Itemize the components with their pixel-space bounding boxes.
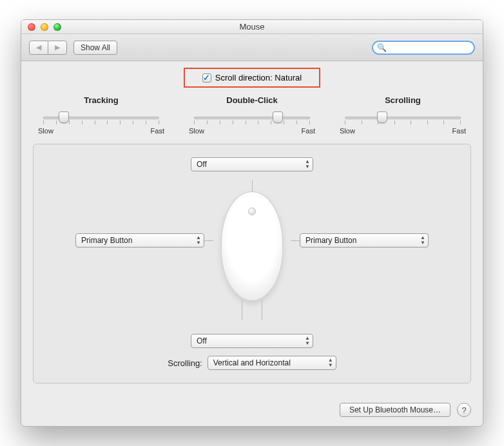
show-all-button[interactable]: Show All bbox=[73, 41, 117, 55]
search-field[interactable]: 🔍 bbox=[372, 41, 475, 55]
scrollball-button-select[interactable]: Off ▲▼ bbox=[191, 157, 313, 171]
doubleclick-label: Double-Click bbox=[188, 95, 316, 105]
titlebar: Mouse bbox=[21, 20, 483, 34]
scrolling-mode-value: Vertical and Horizontal bbox=[213, 358, 291, 367]
toolbar: ◀ ▶ Show All 🔍 bbox=[21, 34, 483, 61]
tracking-slider-group: Tracking SlowFast bbox=[37, 95, 166, 135]
stepper-icon: ▲▼ bbox=[196, 235, 201, 246]
left-button-select[interactable]: Primary Button ▲▼ bbox=[75, 233, 204, 247]
scrolling-mode-label: Scrolling: bbox=[168, 358, 202, 368]
chevron-right-icon: ▶ bbox=[55, 44, 60, 51]
scrolling-mode-row: Scrolling: Vertical and Horizontal ▲▼ bbox=[53, 356, 451, 370]
stepper-icon: ▲▼ bbox=[305, 159, 310, 170]
tracking-label: Tracking bbox=[37, 95, 166, 105]
doubleclick-low: Slow bbox=[189, 127, 204, 135]
checkmark-icon: ✓ bbox=[203, 73, 210, 82]
squeeze-button-value: Off bbox=[197, 336, 207, 345]
stepper-icon: ▲▼ bbox=[328, 358, 333, 368]
back-button[interactable]: ◀ bbox=[29, 41, 48, 55]
tracking-low: Slow bbox=[38, 127, 53, 135]
tracking-high: Fast bbox=[151, 127, 164, 135]
minimize-icon[interactable] bbox=[41, 23, 48, 31]
window-controls bbox=[21, 23, 61, 31]
scroll-direction-highlight: ✓ Scroll direction: Natural bbox=[184, 68, 320, 88]
stepper-icon: ▲▼ bbox=[420, 235, 425, 246]
scrolling-label: Scrolling bbox=[338, 95, 467, 105]
mouse-mapping-panel: Off ▲▼ Primary Button ▲▼ bbox=[33, 144, 471, 383]
chevron-left-icon: ◀ bbox=[36, 44, 41, 51]
tracking-slider[interactable] bbox=[37, 110, 166, 127]
scrolling-mode-select[interactable]: Vertical and Horizontal ▲▼ bbox=[208, 356, 336, 370]
mouse-icon bbox=[221, 191, 283, 301]
footer-row: Set Up Bluetooth Mouse… ? bbox=[21, 396, 483, 426]
scroll-direction-label: Scroll direction: Natural bbox=[215, 73, 302, 82]
doubleclick-slider-group: Double-Click SlowFast bbox=[188, 95, 316, 135]
zoom-icon[interactable] bbox=[53, 23, 61, 31]
doubleclick-high: Fast bbox=[302, 127, 315, 135]
scrolling-low: Slow bbox=[340, 127, 355, 135]
right-button-select[interactable]: Primary Button ▲▼ bbox=[300, 233, 429, 247]
content-area: ✓ Scroll direction: Natural Tracking Slo… bbox=[21, 61, 483, 396]
nav-buttons: ◀ ▶ bbox=[29, 41, 67, 55]
close-icon[interactable] bbox=[28, 23, 35, 31]
setup-bluetooth-button[interactable]: Set Up Bluetooth Mouse… bbox=[340, 403, 451, 417]
search-icon: 🔍 bbox=[377, 43, 387, 52]
mouse-diagram: Primary Button ▲▼ Primary Button ▲▼ bbox=[53, 175, 451, 317]
help-button[interactable]: ? bbox=[457, 403, 471, 417]
scrolling-high: Fast bbox=[452, 127, 466, 135]
scroll-direction-checkbox[interactable]: ✓ bbox=[202, 73, 211, 82]
right-button-value: Primary Button bbox=[305, 236, 356, 245]
sliders-row: Tracking SlowFast Double-Click SlowFast bbox=[33, 92, 471, 144]
stepper-icon: ▲▼ bbox=[305, 336, 310, 346]
window-title: Mouse bbox=[21, 22, 483, 32]
scrolling-slider[interactable] bbox=[338, 110, 467, 127]
squeeze-button-select[interactable]: Off ▲▼ bbox=[191, 334, 313, 348]
search-input[interactable] bbox=[389, 43, 483, 52]
question-icon: ? bbox=[461, 405, 466, 415]
preferences-window: Mouse ◀ ▶ Show All 🔍 ✓ Scroll direction:… bbox=[21, 19, 483, 427]
scrollball-button-value: Off bbox=[197, 160, 207, 169]
scrolling-slider-group: Scrolling SlowFast bbox=[338, 95, 467, 135]
left-button-value: Primary Button bbox=[81, 236, 132, 245]
doubleclick-slider[interactable] bbox=[188, 110, 316, 127]
forward-button[interactable]: ▶ bbox=[48, 41, 67, 55]
scrollball-icon bbox=[248, 208, 256, 215]
